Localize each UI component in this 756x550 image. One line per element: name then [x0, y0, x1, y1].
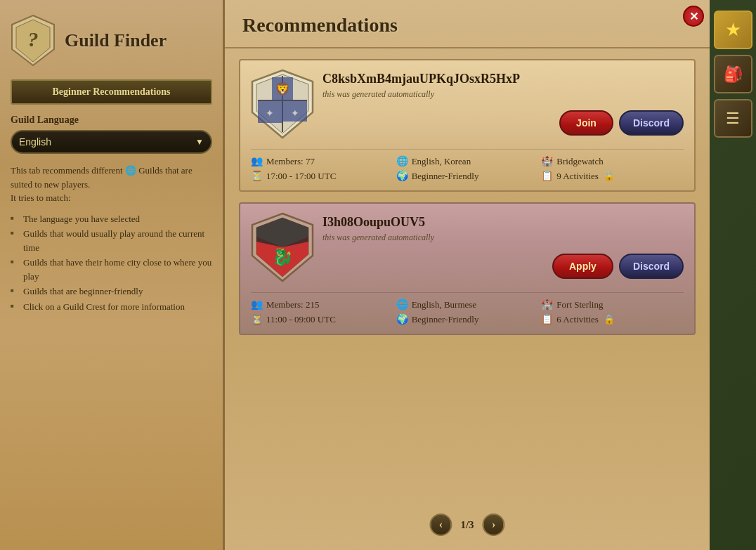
- guild-name-2: I3h08OoupuOUV5: [322, 215, 684, 230]
- guild-action-buttons-1: Join Discord: [322, 110, 684, 136]
- friendly-icon-2: 🌍: [396, 313, 408, 325]
- members-icon-2: 👥: [251, 299, 263, 310]
- discord-button-1[interactable]: Discord: [619, 110, 684, 136]
- guild-card-1-header: 🦁 ✦ ✦ C8ksbXmB4mjauUPKqJOsxR5HxP this wa…: [251, 69, 684, 142]
- activities-icon-1: 📋: [541, 170, 553, 182]
- bag-button[interactable]: 🎒: [714, 55, 752, 93]
- city-icon-1: 🏰: [541, 155, 553, 167]
- bullet-item: Guilds that are beginner-friendly: [11, 284, 212, 299]
- language-detail-1: 🌐 English, Korean: [396, 155, 539, 167]
- bullet-item: Guilds that would usually play around th…: [11, 227, 212, 254]
- guild-finder-icon: ?: [11, 14, 56, 67]
- friendly-icon-1: 🌍: [396, 170, 408, 182]
- language-select-wrapper: English Korean German French Spanish ▼: [11, 130, 212, 154]
- svg-text:?: ?: [28, 27, 39, 51]
- main-content: ✕ Recommendations: [225, 0, 710, 550]
- guild-crest-2[interactable]: 🐉: [251, 212, 314, 285]
- page-indicator: 1/3: [460, 519, 474, 531]
- language-detail-2: 🌐 English, Burmese: [396, 299, 539, 310]
- guild-language-label: Guild Language: [11, 114, 212, 126]
- guild-card-2: 🐉 I3h08OoupuOUV5 this was generated auto…: [239, 202, 696, 335]
- time-icon-2: ⏳: [251, 313, 263, 325]
- content-header: Recommendations: [225, 0, 710, 48]
- sidebar: ? Guild Finder Beginner Recommendations …: [0, 0, 225, 550]
- bullet-item: Click on a Guild Crest for more informat…: [11, 300, 212, 314]
- friendly-detail-1: 🌍 Beginner-Friendly: [396, 170, 539, 182]
- guild-card-1: 🦁 ✦ ✦ C8ksbXmB4mjauUPKqJOsxR5HxP this wa…: [239, 59, 696, 192]
- guild-name-1: C8ksbXmB4mjauUPKqJOsxR5HxP: [322, 72, 684, 86]
- pagination: ‹ 1/3 ›: [429, 513, 504, 536]
- recommendations-title: Recommendations: [242, 14, 692, 37]
- prev-page-button[interactable]: ‹: [429, 513, 452, 536]
- guild-auto-text-1: this was generated automatically: [322, 89, 684, 100]
- join-button-1[interactable]: Join: [559, 110, 613, 136]
- activities-detail-1: 📋 9 Activities 🔒: [541, 170, 684, 182]
- sidebar-header: ? Guild Finder: [11, 14, 212, 67]
- svg-text:🦁: 🦁: [275, 81, 291, 97]
- description-text: This tab recommends different 🌐 Guilds t…: [11, 164, 212, 205]
- members-detail-2: 👥 Members: 215: [251, 299, 393, 310]
- guild-info-1: C8ksbXmB4mjauUPKqJOsxR5HxP this was gene…: [322, 69, 684, 136]
- beginner-recommendations-button[interactable]: Beginner Recommendations: [11, 79, 212, 105]
- activities-detail-2: 📋 6 Activities 🔒: [541, 313, 684, 325]
- city-icon-2: 🏰: [541, 299, 553, 310]
- list-button[interactable]: ☰: [714, 99, 752, 138]
- svg-text:✦: ✦: [291, 108, 299, 119]
- guild-details-1: 👥 Members: 77 🌐 English, Korean 🏰 Bridge…: [251, 149, 684, 182]
- language-icon-2: 🌐: [396, 299, 408, 310]
- guild-info-2: I3h08OoupuOUV5 this was generated automa…: [322, 212, 684, 279]
- guild-auto-text-2: this was generated automatically: [322, 233, 684, 243]
- bag-icon: 🎒: [724, 65, 743, 84]
- favorites-button[interactable]: ★: [714, 11, 752, 49]
- members-icon-1: 👥: [251, 155, 263, 167]
- language-select[interactable]: English Korean German French Spanish: [11, 130, 212, 154]
- city-detail-1: 🏰 Bridgewatch: [541, 155, 684, 167]
- star-icon: ★: [725, 19, 741, 41]
- right-sidebar: ★ 🎒 ☰: [710, 0, 756, 550]
- activities-icon-2: 📋: [541, 313, 553, 325]
- bullet-item: Guilds that have their home city close t…: [11, 256, 212, 283]
- sidebar-title: Guild Finder: [65, 29, 167, 53]
- time-detail-1: ⏳ 17:00 - 17:00 UTC: [251, 170, 393, 182]
- guild-action-buttons-2: Apply Discord: [322, 254, 684, 279]
- guild-details-2: 👥 Members: 215 🌐 English, Burmese 🏰 Fort…: [251, 292, 684, 325]
- language-icon-1: 🌐: [396, 155, 408, 167]
- members-detail-1: 👥 Members: 77: [251, 155, 393, 167]
- guild-card-2-header: 🐉 I3h08OoupuOUV5 this was generated auto…: [251, 212, 684, 285]
- guild-cards-container: 🦁 ✦ ✦ C8ksbXmB4mjauUPKqJOsxR5HxP this wa…: [225, 48, 710, 346]
- time-icon-1: ⏳: [251, 170, 263, 182]
- next-page-button[interactable]: ›: [483, 513, 505, 536]
- close-button[interactable]: ✕: [683, 6, 704, 27]
- list-icon: ☰: [726, 110, 740, 128]
- discord-button-2[interactable]: Discord: [619, 254, 684, 279]
- apply-button-2[interactable]: Apply: [552, 254, 613, 279]
- svg-text:✦: ✦: [266, 108, 274, 119]
- friendly-detail-2: 🌍 Beginner-Friendly: [396, 313, 539, 325]
- bullet-item: The language you have selected: [11, 212, 212, 226]
- city-detail-2: 🏰 Fort Sterling: [541, 299, 684, 310]
- bullet-list: The language you have selected Guilds th…: [11, 212, 212, 314]
- guild-crest-1[interactable]: 🦁 ✦ ✦: [251, 69, 314, 142]
- time-detail-2: ⏳ 11:00 - 09:00 UTC: [251, 313, 393, 325]
- svg-text:🐉: 🐉: [272, 247, 293, 267]
